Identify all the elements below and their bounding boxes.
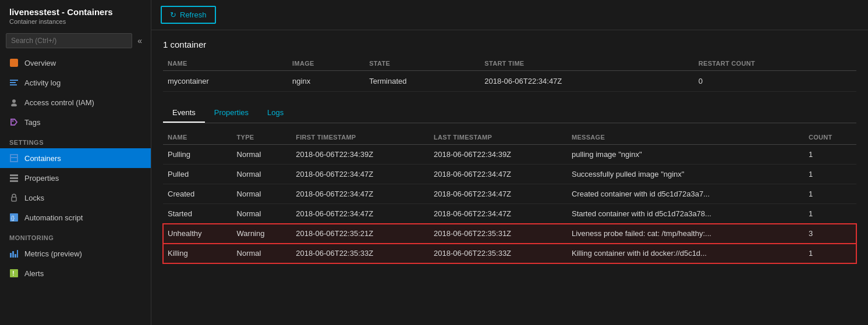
event-type: Normal bbox=[232, 244, 292, 263]
event-last-ts: 2018-06-06T22:34:47Z bbox=[429, 184, 567, 204]
sidebar-nav: Overview Activity log Access control (IA… bbox=[0, 53, 151, 325]
event-first-ts: 2018-06-06T22:35:33Z bbox=[291, 244, 429, 263]
sidebar-item-locks[interactable]: Locks bbox=[0, 188, 151, 208]
sidebar-item-properties[interactable]: Properties bbox=[0, 168, 151, 188]
monitoring-section-label: MONITORING bbox=[0, 227, 151, 244]
sidebar-item-automation-script[interactable]: {} Automation script bbox=[0, 208, 151, 227]
table-row: Started Normal 2018-06-06T22:34:47Z 2018… bbox=[163, 204, 856, 224]
event-first-ts: 2018-06-06T22:34:47Z bbox=[291, 204, 429, 224]
container-image: nginx bbox=[288, 71, 364, 92]
event-type: Warning bbox=[232, 224, 292, 244]
event-type: Normal bbox=[232, 204, 292, 224]
event-name: Started bbox=[163, 204, 232, 224]
svg-point-4 bbox=[11, 103, 17, 106]
event-last-ts: 2018-06-06T22:34:47Z bbox=[429, 204, 567, 224]
col-start-time: START TIME bbox=[480, 56, 693, 71]
events-col-first-ts: FIRST TIMESTAMP bbox=[291, 130, 429, 145]
event-type: Normal bbox=[232, 165, 292, 184]
table-row: Killing Normal 2018-06-06T22:35:33Z 2018… bbox=[163, 244, 856, 263]
svg-rect-18 bbox=[17, 250, 18, 258]
col-name: NAME bbox=[163, 56, 288, 71]
event-first-ts: 2018-06-06T22:34:47Z bbox=[291, 184, 429, 204]
event-count: 1 bbox=[804, 145, 856, 165]
table-row: mycontainer nginx Terminated 2018-06-06T… bbox=[163, 71, 856, 92]
event-message: Successfully pulled image "nginx" bbox=[567, 165, 804, 184]
refresh-button[interactable]: ↻ Refresh bbox=[161, 6, 216, 24]
events-col-last-ts: LAST TIMESTAMP bbox=[429, 130, 567, 145]
svg-rect-10 bbox=[10, 177, 18, 179]
sidebar-label-properties: Properties bbox=[24, 174, 59, 183]
refresh-icon: ↻ bbox=[170, 10, 176, 19]
event-count: 1 bbox=[804, 204, 856, 224]
tab-properties[interactable]: Properties bbox=[205, 103, 258, 123]
sidebar-label-activity-log: Activity log bbox=[24, 78, 61, 87]
sidebar-label-alerts: Alerts bbox=[24, 269, 44, 278]
sidebar-label-locks: Locks bbox=[24, 194, 44, 202]
svg-rect-9 bbox=[10, 174, 18, 176]
svg-rect-16 bbox=[12, 251, 14, 258]
section-title: 1 container bbox=[163, 40, 856, 49]
svg-rect-17 bbox=[15, 254, 16, 258]
event-count: 1 bbox=[804, 184, 856, 204]
access-icon bbox=[9, 98, 19, 107]
lock-icon bbox=[9, 193, 19, 202]
tabs-container: Events Properties Logs bbox=[163, 103, 856, 123]
tags-icon bbox=[9, 117, 19, 127]
event-count: 3 bbox=[804, 224, 856, 244]
event-count: 1 bbox=[804, 244, 856, 263]
event-count: 1 bbox=[804, 165, 856, 184]
col-image: IMAGE bbox=[288, 56, 364, 71]
sidebar-label-access-control: Access control (IAM) bbox=[24, 98, 94, 107]
svg-text:!: ! bbox=[12, 270, 15, 277]
event-name: Created bbox=[163, 184, 232, 204]
event-name: Pulling bbox=[163, 145, 232, 165]
sidebar-item-containers[interactable]: Containers bbox=[0, 148, 151, 168]
svg-rect-15 bbox=[10, 253, 12, 258]
collapse-icon[interactable]: « bbox=[134, 33, 145, 48]
event-name: Killing bbox=[163, 244, 232, 263]
event-message: Started container with id d5c1d72a3a78..… bbox=[567, 204, 804, 224]
events-table: NAME TYPE FIRST TIMESTAMP LAST TIMESTAMP… bbox=[163, 130, 856, 263]
automation-icon: {} bbox=[9, 213, 19, 222]
table-row: Pulling Normal 2018-06-06T22:34:39Z 2018… bbox=[163, 145, 856, 165]
table-row: Created Normal 2018-06-06T22:34:47Z 2018… bbox=[163, 184, 856, 204]
event-message: Killing container with id docker://d5c1d… bbox=[567, 244, 804, 263]
tab-events[interactable]: Events bbox=[163, 103, 205, 123]
sidebar-item-overview[interactable]: Overview bbox=[0, 53, 151, 73]
event-message: Liveness probe failed: cat: /tmp/healthy… bbox=[567, 224, 804, 244]
event-message: Created container with id d5c1d72a3a7... bbox=[567, 184, 804, 204]
sidebar-item-activity-log[interactable]: Activity log bbox=[0, 73, 151, 92]
sidebar-header: livenesstest - Containers Container inst… bbox=[0, 0, 151, 28]
svg-rect-1 bbox=[10, 82, 16, 83]
table-row: Unhealthy Warning 2018-06-06T22:35:21Z 2… bbox=[163, 224, 856, 244]
container-state: Terminated bbox=[364, 71, 480, 92]
event-last-ts: 2018-06-06T22:34:47Z bbox=[429, 165, 567, 184]
search-input[interactable] bbox=[6, 33, 132, 48]
content-area: 1 container NAME IMAGE STATE START TIME … bbox=[151, 30, 868, 325]
svg-rect-12 bbox=[12, 197, 16, 201]
sidebar-item-access-control[interactable]: Access control (IAM) bbox=[0, 92, 151, 112]
events-col-count: COUNT bbox=[804, 130, 856, 145]
refresh-label: Refresh bbox=[180, 10, 207, 19]
activity-icon bbox=[9, 78, 19, 87]
events-col-type: TYPE bbox=[232, 130, 292, 145]
container-start-time: 2018-06-06T22:34:47Z bbox=[480, 71, 693, 92]
tab-logs[interactable]: Logs bbox=[258, 103, 293, 123]
event-last-ts: 2018-06-06T22:34:39Z bbox=[429, 145, 567, 165]
svg-point-3 bbox=[12, 99, 16, 103]
container-table: NAME IMAGE STATE START TIME RESTART COUN… bbox=[163, 56, 856, 92]
svg-rect-8 bbox=[10, 157, 17, 158]
event-last-ts: 2018-06-06T22:35:33Z bbox=[429, 244, 567, 263]
sidebar-item-metrics[interactable]: Metrics (preview) bbox=[0, 244, 151, 263]
sidebar-item-tags[interactable]: Tags bbox=[0, 112, 151, 132]
search-container: « bbox=[0, 28, 151, 53]
sidebar-label-containers: Containers bbox=[24, 154, 61, 163]
event-name: Pulled bbox=[163, 165, 232, 184]
overview-icon bbox=[9, 58, 19, 67]
svg-rect-0 bbox=[10, 80, 18, 81]
alerts-icon: ! bbox=[9, 269, 19, 278]
sidebar-item-alerts[interactable]: ! Alerts bbox=[0, 263, 151, 283]
svg-text:{}: {} bbox=[11, 215, 15, 221]
event-first-ts: 2018-06-06T22:35:21Z bbox=[291, 224, 429, 244]
col-restart-count: RESTART COUNT bbox=[694, 56, 856, 71]
